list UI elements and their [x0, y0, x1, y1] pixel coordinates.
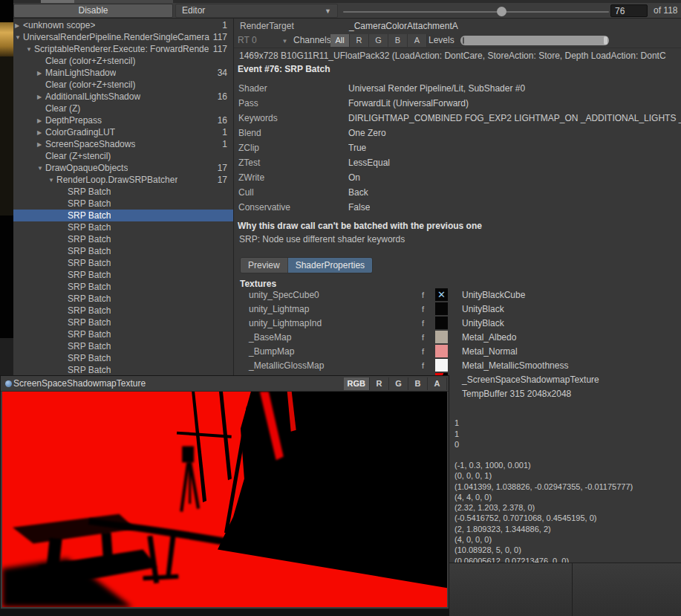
- property-value: Universal Render Pipeline/Lit, SubShader…: [348, 83, 525, 94]
- tree-row[interactable]: SRP Batch: [13, 257, 233, 269]
- tree-row[interactable]: ▼ UniversalRenderPipeline.RenderSingleCa…: [13, 31, 233, 43]
- preview-channel-buttons: RGB R G B A: [344, 377, 447, 390]
- preview-channel-button[interactable]: R: [370, 377, 389, 390]
- tree-row[interactable]: ▶ <unknown scope> 1: [13, 19, 233, 31]
- rt-index-dropdown[interactable]: RT 0▼: [238, 35, 288, 45]
- tree-row[interactable]: ▶ DepthPrepass 16: [13, 114, 233, 126]
- tree-row[interactable]: SRP Batch: [13, 364, 233, 375]
- tree-row-label: ScreenSpaceShadows: [45, 139, 135, 149]
- texture-asset-name: TempBuffer 315 2048x2048: [448, 389, 571, 399]
- disable-button[interactable]: Disable: [13, 4, 173, 18]
- tree-row[interactable]: ▼ ScriptableRenderer.Execute: ForwardRen…: [13, 43, 233, 55]
- tree-row[interactable]: ▼ RenderLoop.DrawSRPBatcher 17: [13, 174, 233, 186]
- texture-row[interactable]: _MetallicGlossMap f Metal_MetallicSmooth…: [234, 358, 681, 372]
- tree-row-label: SRP Batch: [68, 222, 111, 233]
- channel-button[interactable]: All: [330, 34, 350, 47]
- tree-expander-icon[interactable]: ▶: [37, 94, 45, 100]
- tree-row[interactable]: SRP Batch: [13, 340, 233, 352]
- tree-row-label: SRP Batch: [68, 353, 111, 363]
- bottom-edge-strip: [0, 609, 449, 616]
- tree-row[interactable]: SRP Batch: [13, 198, 233, 210]
- panel-divider: [572, 563, 573, 616]
- target-select-dropdown[interactable]: Editor ▼: [175, 4, 338, 18]
- tree-row-label: SRP Batch: [68, 294, 111, 304]
- tree-row[interactable]: SRP Batch: [13, 293, 233, 305]
- tree-row[interactable]: ▼ DrawOpaqueObjects 17: [13, 162, 233, 174]
- channel-button[interactable]: B: [388, 34, 408, 47]
- tree-row[interactable]: Clear (color+Z+stencil): [13, 79, 233, 91]
- channel-button[interactable]: G: [369, 34, 388, 47]
- tree-row[interactable]: SRP Batch: [13, 233, 233, 245]
- tree-row[interactable]: SRP Batch: [13, 269, 233, 281]
- tree-row[interactable]: SRP Batch: [13, 317, 233, 328]
- property-label: ZTest: [234, 158, 348, 168]
- tree-expander-icon[interactable]: ▶: [37, 117, 45, 124]
- tree-expander-icon[interactable]: ▶: [15, 22, 23, 29]
- texture-thumbnail[interactable]: [435, 302, 448, 315]
- channel-button[interactable]: R: [350, 34, 369, 47]
- tree-expander-icon[interactable]: ▶: [37, 141, 45, 148]
- preview-channel-button[interactable]: G: [389, 377, 408, 390]
- tree-row[interactable]: ▶ ColorGradingLUT 1: [13, 126, 233, 138]
- tree-expander-icon[interactable]: ▼: [26, 46, 34, 53]
- tree-row-label: SRP Batch: [68, 258, 111, 268]
- tree-row[interactable]: ▶ ScreenSpaceShadows 1: [13, 138, 233, 150]
- tree-row[interactable]: ▶ AdditionalLightsShadow 16: [13, 91, 233, 103]
- tree-row-count: 16: [218, 115, 233, 126]
- tree-row[interactable]: Clear (Z+stencil): [13, 150, 233, 162]
- event-slider-handle[interactable]: [497, 7, 506, 16]
- preview-channel-button[interactable]: B: [408, 377, 428, 390]
- texture-row[interactable]: unity_Lightmap f UnityBlack: [234, 302, 681, 316]
- texture-thumbnail[interactable]: [435, 317, 448, 329]
- channel-button[interactable]: A: [408, 34, 427, 47]
- texture-row[interactable]: _BaseMap f Metal_Albedo: [234, 330, 681, 344]
- tree-row[interactable]: SRP Batch: [13, 245, 233, 257]
- render-target-info: 1469x728 B10G11R11_UFloatPack32 (LoadAct…: [239, 51, 681, 61]
- preview-channel-button[interactable]: RGB: [344, 377, 370, 390]
- tree-expander-icon[interactable]: ▶: [37, 129, 45, 136]
- preview-title-bar[interactable]: ScreenSpaceShadowmapTexture RGB R G B A: [1, 376, 449, 392]
- frame-debugger-toolbar: Disable Editor ▼ 76 of 118: [13, 3, 681, 19]
- tree-row[interactable]: SRP Batch: [13, 281, 233, 293]
- texture-flag: f: [422, 319, 434, 328]
- channel-buttons: All R G B A: [330, 34, 427, 47]
- shadowmap-preview-window: ScreenSpaceShadowmapTexture RGB R G B A: [0, 375, 449, 609]
- tree-row[interactable]: SRP Batch: [13, 305, 233, 317]
- tree-expander-icon[interactable]: ▼: [48, 177, 56, 184]
- detail-tabs: Preview ShaderProperties: [240, 257, 373, 273]
- tree-row-count: 117: [213, 32, 233, 42]
- texture-thumbnail[interactable]: [435, 359, 448, 372]
- texture-thumbnail[interactable]: [435, 345, 448, 357]
- tree-row[interactable]: SRP Batch: [13, 352, 233, 364]
- tree-row[interactable]: SRP Batch: [13, 186, 233, 198]
- vector-value: (2.32, 1.203, 2.378, 0): [454, 502, 633, 513]
- tree-row[interactable]: SRP Batch: [13, 328, 233, 340]
- texture-row[interactable]: unity_SpecCube0 f UnityBlackCube: [234, 288, 681, 302]
- tree-row-label: SRP Batch: [68, 305, 111, 316]
- texture-row[interactable]: unity_LightmapInd f UnityBlack: [234, 316, 681, 330]
- texture-row[interactable]: _BumpMap f Metal_Normal: [234, 344, 681, 358]
- texture-thumbnail[interactable]: [435, 331, 448, 343]
- tab-preview[interactable]: Preview: [241, 258, 288, 273]
- tree-expander-icon[interactable]: ▼: [37, 165, 45, 172]
- tree-row[interactable]: ▶ MainLightShadow 34: [13, 67, 233, 79]
- tree-row[interactable]: Clear (Z): [13, 103, 233, 114]
- tree-expander-icon[interactable]: ▼: [15, 34, 23, 41]
- tree-row[interactable]: Clear (color+Z+stencil): [13, 55, 233, 67]
- tree-expander-icon[interactable]: ▶: [37, 70, 45, 77]
- tab-shader-properties[interactable]: ShaderProperties: [288, 258, 372, 273]
- property-row: Cull Back: [234, 185, 681, 200]
- texture-property-name: unity_SpecCube0: [234, 290, 422, 300]
- levels-range-slider[interactable]: [460, 36, 609, 45]
- tree-row[interactable]: SRP Batch: [13, 221, 233, 233]
- tree-row-label: ScriptableRenderer.Execute: ForwardRende: [34, 44, 209, 54]
- event-slider-track[interactable]: [343, 11, 609, 13]
- event-title: Event #76: SRP Batch: [238, 64, 330, 74]
- texture-thumbnail[interactable]: [435, 288, 448, 301]
- vector-value: (0.06005612, 0.07213476, 0, 0): [454, 556, 633, 562]
- event-number-input[interactable]: 76: [610, 4, 648, 17]
- preview-channel-button[interactable]: A: [428, 377, 447, 390]
- property-row: Keywords DIRLIGHTMAP_COMBINED FOG_EXP2 L…: [234, 111, 681, 126]
- tree-row-count: 1: [222, 139, 233, 149]
- tree-row[interactable]: SRP Batch: [13, 210, 233, 221]
